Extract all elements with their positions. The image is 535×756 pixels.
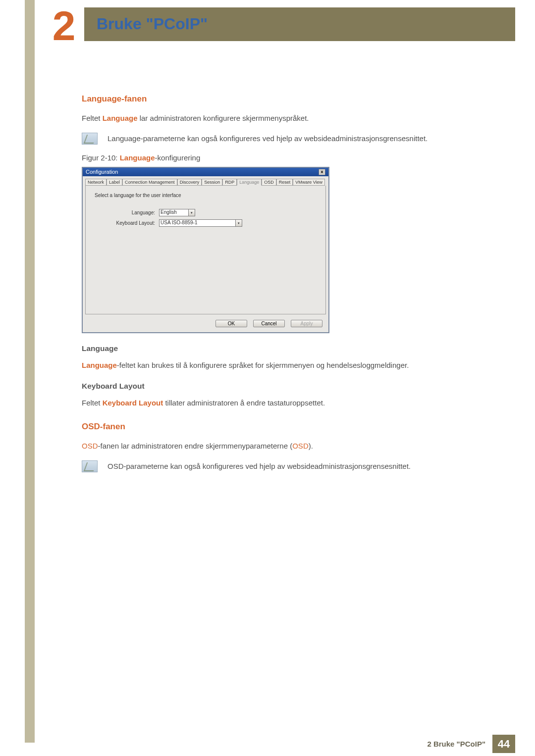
document-page: 2 Bruke "PCoIP" Language-fanen Feltet La…	[0, 0, 535, 756]
apply-button[interactable]: Apply	[291, 320, 322, 327]
language-field-label: Language:	[95, 210, 159, 215]
dialog-body: Select a language for the user interface…	[85, 186, 326, 314]
highlight: Language	[82, 361, 117, 369]
section-heading-osd: OSD-fanen	[82, 422, 495, 432]
language-intro: Feltet Language lar administratoren konf…	[82, 113, 495, 124]
tab-language[interactable]: Language	[237, 179, 262, 186]
sub-heading-keyboard-layout: Keyboard Layout	[82, 382, 495, 391]
chevron-down-icon[interactable]: ▾	[189, 209, 195, 216]
keyboard-layout-description: Feltet Keyboard Layout tillater administ…	[82, 398, 495, 408]
page-number: 44	[492, 735, 515, 753]
dialog-tabstrip: Network Label Connection Management Disc…	[83, 176, 328, 186]
language-note: Language-parameterne kan også konfigurer…	[107, 133, 428, 144]
text: tillater administratoren å endre tastatu…	[163, 399, 325, 407]
tab-rdp[interactable]: RDP	[222, 179, 237, 186]
text: -fanen lar administratoren endre skjermm…	[98, 442, 293, 450]
chapter-number-box: 2	[44, 3, 84, 49]
language-field-description: Language-feltet kan brukes til å konfigu…	[82, 360, 495, 371]
section-heading-language: Language-fanen	[82, 94, 495, 104]
language-select[interactable]: English	[159, 209, 189, 216]
tab-label[interactable]: Label	[107, 179, 122, 186]
figure-caption: Figur 2-10: Language-konfigurering	[82, 153, 495, 162]
dialog-titlebar: Configuration ×	[83, 168, 328, 176]
osd-intro: OSD-fanen lar administratoren endre skje…	[82, 441, 495, 452]
tab-osd[interactable]: OSD	[262, 179, 276, 186]
keyboard-layout-select[interactable]: USA ISO-8859-1	[159, 219, 236, 227]
highlight: OSD	[82, 442, 98, 450]
close-icon[interactable]: ×	[319, 169, 325, 175]
ok-button[interactable]: OK	[215, 320, 247, 327]
highlight: Language	[103, 114, 138, 122]
content-area: Language-fanen Feltet Language lar admin…	[82, 94, 495, 481]
text: -konfigurering	[155, 153, 201, 162]
chapter-title: Bruke "PCoIP"	[97, 15, 208, 33]
dialog-footer: OK Cancel Apply	[83, 317, 328, 332]
tab-connection-management[interactable]: Connection Management	[122, 179, 177, 186]
footer-label: 2 Bruke "PCoIP"	[420, 735, 492, 753]
form-row-keyboard-layout: Keyboard Layout: USA ISO-8859-1 ▾	[95, 219, 317, 227]
left-rail	[25, 0, 35, 743]
config-dialog: Configuration × Network Label Connection…	[82, 167, 329, 333]
highlight: OSD	[292, 442, 309, 450]
highlight: Language	[120, 153, 155, 162]
text: Feltet	[82, 114, 103, 122]
highlight: Keyboard Layout	[103, 399, 163, 407]
tab-discovery[interactable]: Discovery	[177, 179, 202, 186]
tab-network[interactable]: Network	[85, 179, 107, 186]
text: ).	[309, 442, 313, 450]
pencil-icon	[82, 133, 98, 145]
page-footer: 2 Bruke "PCoIP" 44	[25, 735, 515, 753]
note-row: Language-parameterne kan også konfigurer…	[82, 133, 495, 145]
tab-session[interactable]: Session	[202, 179, 222, 186]
tab-reset[interactable]: Reset	[276, 179, 293, 186]
pencil-icon	[82, 460, 98, 472]
dialog-body-caption: Select a language for the user interface	[95, 193, 317, 198]
sub-heading-language: Language	[82, 344, 495, 353]
cancel-button[interactable]: Cancel	[253, 320, 285, 327]
form-row-language: Language: English ▾	[95, 209, 317, 216]
text: Figur 2-10:	[82, 153, 120, 162]
text: Feltet	[82, 399, 103, 407]
dialog-title: Configuration	[86, 169, 118, 175]
osd-note: OSD-parameterne kan også konfigureres ve…	[107, 461, 411, 472]
tab-vmware-view[interactable]: VMware View	[293, 179, 325, 186]
chevron-down-icon[interactable]: ▾	[236, 219, 242, 227]
text: -feltet kan brukes til å konfigurere spr…	[117, 361, 409, 369]
note-row: OSD-parameterne kan også konfigureres ve…	[82, 460, 495, 472]
keyboard-layout-field-label: Keyboard Layout:	[95, 220, 159, 226]
chapter-number: 2	[53, 5, 76, 47]
text: lar administratoren konfigurere skjermme…	[138, 114, 309, 122]
